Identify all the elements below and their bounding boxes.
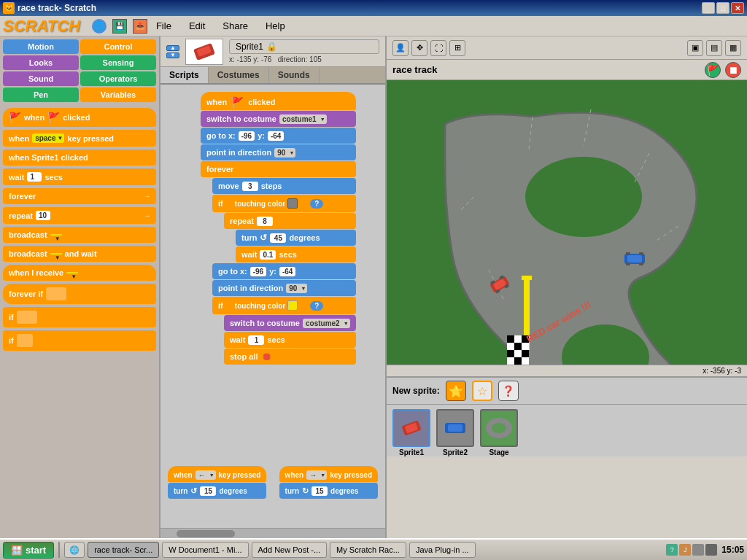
horizontal-scrollbar[interactable] — [160, 528, 385, 538]
block-if-touching-yellow[interactable]: if touching color ? — [212, 297, 356, 314]
sprites-header: New sprite: ⭐ ☆ ❓ — [387, 378, 747, 405]
middle-panel: ▲ ▼ Sprite1 🔒 x: -135 y: -76 dire — [160, 36, 387, 538]
cat-looks-button[interactable]: Looks — [3, 55, 79, 70]
block-when-flag-clicked[interactable]: when 🚩 clicked — [201, 92, 356, 110]
svg-rect-33 — [507, 350, 514, 357]
start-button[interactable]: 🪟 start — [3, 542, 54, 559]
menu-help[interactable]: Help — [263, 19, 288, 33]
right-key-script: when → key pressed turn ↻ 15 degrees — [279, 466, 378, 499]
block-broadcast[interactable]: broadcast — [3, 227, 156, 243]
cat-variables-button[interactable]: Variables — [80, 88, 156, 102]
block-forever-main[interactable]: forever — [201, 161, 356, 177]
block-turn-45[interactable]: turn ↺ 45 degrees — [236, 230, 356, 246]
block-if-1[interactable]: if — [3, 307, 156, 327]
minimize-button[interactable]: _ — [702, 2, 715, 14]
block-repeat-8[interactable]: repeat 8 — [224, 213, 356, 229]
menu-items: File Edit Share Help — [153, 19, 288, 33]
maximize-button[interactable]: □ — [716, 2, 729, 14]
block-move-steps[interactable]: move 3 steps — [212, 178, 356, 194]
stage-fullscreen-icon[interactable]: ⛶ — [430, 40, 446, 56]
block-forever[interactable]: forever → — [3, 188, 156, 204]
menu-share[interactable]: Share — [220, 19, 251, 33]
svg-rect-32 — [522, 343, 529, 350]
tab-costumes[interactable]: Costumes — [209, 67, 269, 83]
sprite-header: ▲ ▼ Sprite1 🔒 x: -135 y: -76 dire — [160, 36, 385, 67]
close-button[interactable]: ✕ — [731, 2, 744, 14]
block-switch-costume[interactable]: switch to costume costume1 — [201, 111, 356, 127]
stage-canvas[interactable]: RED car wins !!! — [387, 80, 747, 365]
taskbar-java-item[interactable]: Java Plug-in ... — [409, 542, 476, 558]
sprite-2-thumb[interactable] — [436, 409, 474, 447]
taskbar-scratch-item[interactable]: race track- Scr... — [88, 542, 159, 558]
cat-sensing-button[interactable]: Sensing — [80, 55, 156, 70]
block-if-touching-color-wall[interactable]: if touching color ? — [212, 195, 356, 212]
share-icon[interactable]: 📤 — [133, 19, 147, 34]
svg-rect-31 — [514, 343, 522, 350]
flag-icon: 🚩 — [9, 112, 21, 123]
block-wait-1-inner[interactable]: wait 1 secs — [224, 332, 356, 348]
block-stop-all[interactable]: stop all ⏺ — [224, 349, 356, 365]
stage-zoom-icon[interactable]: ⊞ — [449, 40, 465, 56]
stage-person-icon[interactable]: 👤 — [392, 40, 409, 56]
block-point-direction-reset[interactable]: point in direction 90 — [212, 280, 356, 296]
sprites-list: Sprite1 Sprite2 — [387, 405, 747, 461]
block-when-key-pressed[interactable]: when space key pressed — [3, 130, 156, 147]
taskbar-ie-icon[interactable]: 🌐 — [64, 542, 85, 558]
block-when-clicked[interactable]: 🚩 when 🚩 clicked — [3, 108, 156, 127]
globe-icon[interactable]: 🌐 — [92, 19, 107, 34]
svg-rect-43 — [448, 424, 462, 432]
stage-thumb[interactable] — [480, 409, 518, 447]
svg-rect-35 — [522, 350, 529, 357]
cat-pen-button[interactable]: Pen — [3, 88, 79, 102]
taskbar-word-item[interactable]: W Document1 - Mi... — [162, 542, 248, 558]
block-switch-costume2[interactable]: switch to costume costume2 — [224, 315, 356, 331]
sprite-prev-button[interactable]: ▲ — [166, 45, 179, 51]
block-broadcast-wait[interactable]: broadcast and wait — [3, 246, 156, 262]
stage-layout-3[interactable]: ▦ — [725, 40, 741, 56]
add-sprite-camera-button[interactable]: ❓ — [498, 381, 519, 401]
sprite-nav-arrows[interactable]: ▲ ▼ — [166, 45, 179, 58]
sprite-next-button[interactable]: ▼ — [166, 52, 179, 58]
taskbar-post-item[interactable]: Add New Post -... — [252, 542, 328, 558]
block-when-sprite-clicked[interactable]: when Sprite1 clicked — [3, 149, 156, 166]
tab-sounds[interactable]: Sounds — [269, 67, 320, 83]
block-forever-if[interactable]: forever if — [3, 284, 156, 304]
save-icon[interactable]: 💾 — [112, 19, 127, 34]
block-turn-left-15[interactable]: turn ↺ 15 degrees — [168, 483, 266, 499]
stage-move-icon[interactable]: ✥ — [411, 40, 427, 56]
sprite-1-thumb[interactable] — [392, 409, 430, 447]
block-repeat[interactable]: repeat 10 → — [3, 207, 156, 224]
menu-file[interactable]: File — [153, 19, 174, 33]
block-wait[interactable]: wait 1 secs — [3, 168, 156, 185]
taskbar-scratch-rac-item[interactable]: My Scratch Rac... — [330, 542, 406, 558]
block-when-right-key[interactable]: when → key pressed — [279, 466, 378, 482]
add-sprite-library-button[interactable]: ☆ — [472, 381, 492, 401]
stop-button[interactable]: ⏹ — [725, 62, 741, 78]
add-sprite-paint-button[interactable]: ⭐ — [446, 381, 466, 401]
block-go-to-xy[interactable]: go to x: -96 y: -64 — [201, 128, 356, 144]
block-when-receive[interactable]: when I receive — [3, 265, 156, 281]
block-turn-right-15[interactable]: turn ↻ 15 degrees — [279, 483, 378, 499]
scripts-canvas[interactable]: when 🚩 clicked switch to costume costume… — [160, 85, 385, 528]
block-when-left-key[interactable]: when ← key pressed — [168, 466, 266, 482]
sprite-coords: x: -135 y: -76 direction: 105 — [229, 55, 379, 63]
cat-motion-button[interactable]: Motion — [3, 39, 79, 54]
sprite-item-stage[interactable]: Stage — [480, 409, 518, 456]
block-point-direction[interactable]: point in direction 90 — [201, 144, 356, 160]
block-if-2[interactable]: if — [3, 330, 156, 351]
stage-layout-1[interactable]: ▣ — [687, 40, 703, 56]
sprite-item-2[interactable]: Sprite2 — [436, 409, 474, 456]
green-flag-button[interactable]: 🚩 — [705, 62, 721, 78]
tab-scripts[interactable]: Scripts — [160, 67, 209, 83]
menu-edit[interactable]: Edit — [186, 19, 208, 33]
scroll-thumb[interactable] — [177, 530, 235, 537]
stage-layout-2[interactable]: ▤ — [706, 40, 722, 56]
cat-control-button[interactable]: Control — [80, 39, 156, 54]
lock-icon: 🔒 — [266, 42, 277, 52]
block-wait-0-1[interactable]: wait 0.1 secs — [236, 246, 356, 262]
window-controls[interactable]: _ □ ✕ — [702, 2, 744, 14]
sprite-item-1[interactable]: Sprite1 — [392, 409, 430, 456]
cat-operators-button[interactable]: Operators — [80, 71, 156, 86]
cat-sound-button[interactable]: Sound — [3, 71, 79, 86]
block-go-to-xy-reset[interactable]: go to x: -96 y: -64 — [212, 263, 356, 279]
